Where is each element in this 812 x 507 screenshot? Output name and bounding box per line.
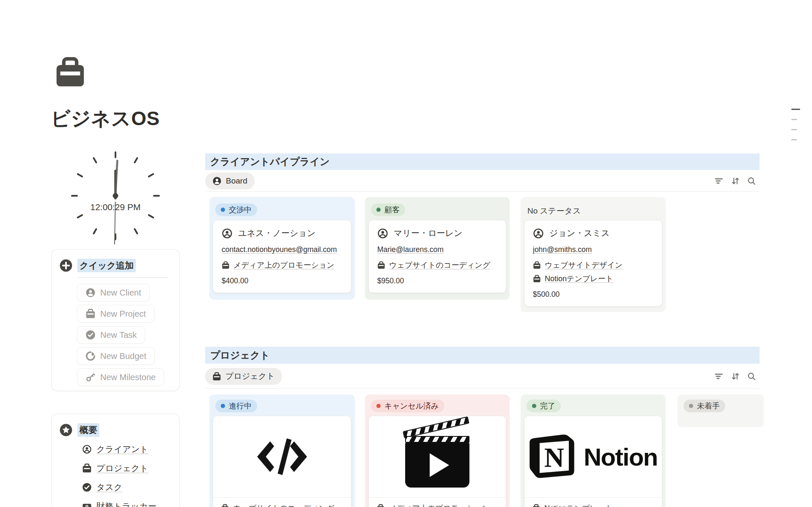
filter-icon[interactable]: [714, 176, 724, 186]
link-label: タスク: [96, 482, 122, 493]
status-pill[interactable]: 完了: [527, 400, 561, 412]
project-link[interactable]: ウェブサイトのコーディング: [213, 498, 342, 507]
status-label: 完了: [540, 401, 555, 411]
projects-column-not-started: 未着手: [678, 395, 764, 427]
client-email-link[interactable]: contact.notionbyounes@gmail.com: [222, 245, 343, 254]
briefcase-icon: [221, 504, 229, 507]
status-dot-icon: [221, 208, 225, 212]
check-circle-icon: [85, 330, 96, 340]
new-task-button[interactable]: New Task: [77, 326, 145, 344]
overview-link-finance[interactable]: 財務トラッカー: [82, 501, 156, 507]
overview-link-tasks[interactable]: タスク: [82, 482, 122, 493]
overview-card: 概要 クライアント プロジェクト タスク 財務トラッカー: [51, 414, 180, 507]
person-icon: [212, 176, 222, 186]
status-dot-icon: [376, 404, 381, 408]
status-label: キャンセル済み: [384, 401, 439, 411]
pipeline-column-customer: 顧客 マリー・ローレン Marie@laurens.com ウェブサイトのコーデ…: [365, 197, 510, 300]
client-card[interactable]: マリー・ローレン Marie@laurens.com ウェブサイトのコーディング…: [368, 220, 506, 293]
clapperboard-icon: [401, 425, 474, 489]
projects-toolbar: プロジェクト: [205, 364, 760, 389]
client-card[interactable]: ジョン・スミス john@smiths.com ウェブサイトデザイン Notio…: [524, 220, 662, 307]
project-card[interactable]: ウェブサイトのコーディング: [213, 416, 351, 507]
search-icon[interactable]: [747, 176, 756, 186]
related-project-label: ウェブサイトデザイン: [545, 260, 623, 270]
link-label: クライアント: [96, 444, 148, 455]
briefcase-icon: [376, 504, 385, 507]
view-tab-label: プロジェクト: [225, 371, 275, 382]
person-icon: [82, 444, 92, 454]
project-label: Notionテンプレート: [544, 503, 613, 507]
check-circle-icon: [82, 482, 92, 492]
amount-value: $500.00: [533, 290, 653, 299]
person-icon: [377, 228, 388, 239]
status-pill[interactable]: 交渉中: [215, 203, 257, 216]
new-budget-button[interactable]: New Budget: [77, 347, 155, 365]
projects-view-tab[interactable]: プロジェクト: [205, 368, 282, 385]
plus-circle-icon: [59, 259, 73, 272]
link-label: 財務トラッカー: [96, 501, 156, 507]
divider: [77, 277, 168, 278]
notion-cube-icon: N: [529, 431, 575, 482]
page-outline-indicator[interactable]: [791, 109, 800, 149]
status-pill[interactable]: 顧客: [371, 203, 405, 216]
person-icon: [533, 228, 544, 239]
related-project-link[interactable]: Notionテンプレート: [533, 274, 613, 284]
briefcase-icon: [533, 275, 541, 283]
client-email-link[interactable]: john@smiths.com: [533, 245, 653, 254]
link-label: プロジェクト: [96, 463, 148, 474]
related-project-link[interactable]: ウェブサイトのコーディング: [377, 260, 490, 270]
related-project-link[interactable]: メディア上のプロモーション: [222, 260, 335, 270]
project-link[interactable]: メディア上のプロモーション: [369, 498, 497, 507]
analog-clock: 12:00:29 PM: [67, 147, 164, 244]
new-milestone-button[interactable]: New Milestone: [77, 368, 164, 386]
button-label: New Budget: [100, 351, 146, 361]
client-name: マリー・ローレン: [394, 227, 462, 239]
related-project-label: Notionテンプレート: [545, 274, 613, 284]
person-icon: [222, 228, 233, 239]
button-label: New Task: [100, 330, 137, 340]
status-dot-icon: [221, 404, 225, 408]
project-link[interactable]: Notionテンプレート: [524, 498, 620, 507]
project-card[interactable]: メディア上のプロモーション: [368, 416, 506, 507]
status-pill[interactable]: 進行中: [215, 400, 257, 412]
page-title: ビジネスOS: [51, 106, 160, 132]
notion-wordmark: Notion: [584, 443, 658, 471]
overview-link-projects[interactable]: プロジェクト: [82, 463, 148, 474]
project-card[interactable]: N Notion Notionテンプレート: [524, 416, 662, 507]
overview-title: 概要: [77, 423, 99, 437]
filter-icon[interactable]: [714, 371, 724, 381]
clock-time-label: 12:00:29 PM: [67, 202, 164, 212]
status-label: 顧客: [384, 205, 400, 215]
status-pill[interactable]: 未着手: [683, 400, 725, 412]
projects-column-cancelled: キャンセル済み メディア上のプロモーション: [365, 395, 510, 507]
client-email-link[interactable]: Marie@laurens.com: [377, 245, 497, 254]
overview-link-clients[interactable]: クライアント: [82, 444, 148, 455]
pipeline-section-header: クライアントパイプライン: [205, 153, 760, 170]
projects-section-header: プロジェクト: [205, 347, 760, 364]
sort-icon[interactable]: [730, 176, 741, 186]
related-project-link[interactable]: ウェブサイトデザイン: [533, 260, 623, 270]
clock-face-icon: [67, 147, 164, 244]
search-icon[interactable]: [747, 372, 756, 381]
svg-text:N: N: [544, 442, 564, 473]
pipeline-toolbar: Board: [205, 171, 760, 192]
client-name: ユネス・ノーション: [238, 227, 315, 239]
new-project-button[interactable]: New Project: [77, 305, 154, 323]
projects-column-in-progress: 進行中 ウェブサイトのコーディング: [209, 395, 355, 507]
client-name: ジョン・スミス: [549, 227, 610, 239]
status-pill[interactable]: キャンセル済み: [371, 400, 444, 412]
status-dot-icon: [532, 404, 536, 408]
new-client-button[interactable]: New Client: [77, 284, 150, 301]
briefcase-icon: [533, 261, 541, 269]
client-card[interactable]: ユネス・ノーション contact.notionbyounes@gmail.co…: [213, 220, 351, 293]
page-briefcase-icon[interactable]: [52, 57, 89, 89]
board-view-tab[interactable]: Board: [205, 173, 255, 189]
sort-icon[interactable]: [730, 371, 741, 381]
briefcase-icon: [212, 372, 221, 381]
projects-column-done: 完了 N Notion Notionテンプレート: [521, 395, 666, 507]
banknote-icon: [82, 502, 92, 507]
pipeline-column-no-status: No ステータス ジョン・スミス john@smiths.com ウェブサイトデ…: [521, 197, 666, 312]
status-label[interactable]: No ステータス: [527, 206, 666, 217]
status-label: 交渉中: [229, 205, 252, 215]
project-label: ウェブサイトのコーディング: [233, 503, 334, 507]
